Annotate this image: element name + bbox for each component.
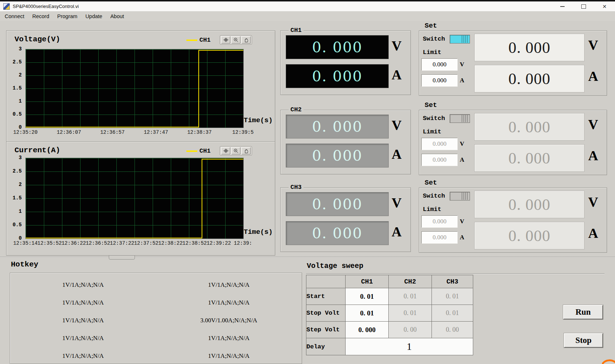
amp-unit-label: A — [460, 234, 464, 241]
sweep-start-ch3-input: 0. 01 — [432, 288, 473, 305]
voltage-sweep-panel: CH1 CH2 CH3 Start 0. 01 0. 01 0. 01 Stop… — [306, 273, 604, 364]
current-chart-title: Current(A) — [15, 146, 60, 154]
voltage-sweep-title: Voltage sweep — [307, 262, 363, 270]
minimize-icon — [560, 6, 565, 7]
hotkey-row: 1V/1A;N/A;N/A1V/1A;N/A;N/A — [10, 347, 302, 364]
crosshair-tool-button[interactable] — [221, 147, 230, 154]
y-tick-label: 0.5 — [13, 111, 22, 117]
hotkey-cell[interactable]: 1V/1A;N/A;N/A — [10, 352, 156, 360]
ch1-voltage-display: 0. 000 — [286, 35, 389, 59]
hotkey-cell[interactable]: 1V/1A;N/A;N/A — [10, 281, 156, 289]
x-axis-ticks: 12:35:1412:35:5212:36:2212:36:5212:37:22… — [25, 240, 243, 247]
menu-item-program[interactable]: Program — [53, 12, 82, 21]
ch1-limit-voltage-input[interactable]: 0.000 — [421, 58, 458, 71]
sweep-step-ch3-input: 0. 00 — [432, 322, 473, 338]
y-tick-label: 2 — [19, 72, 22, 78]
voltage-trace-ch1 — [26, 49, 243, 128]
x-tick-label: 12:36:57 — [100, 129, 124, 135]
hand-icon — [243, 37, 249, 42]
sweep-stop-ch1-input[interactable]: 0. 01 — [346, 305, 389, 322]
x-tick-label: 12:39:5 — [232, 129, 254, 135]
ch3-limit-voltage-input[interactable]: 0.000 — [421, 215, 458, 228]
x-tick-label: 12:36:52 — [86, 240, 110, 246]
amp-unit-label: A — [460, 77, 464, 84]
amp-unit-label: A — [392, 225, 401, 239]
ch1-section: CH1 0. 000 V 0. 000 A Set Switch Limit 0… — [280, 30, 606, 95]
crosshair-tool-button[interactable] — [221, 36, 230, 44]
ch2-switch-toggle[interactable] — [450, 114, 470, 123]
zoom-tool-button[interactable] — [231, 36, 240, 44]
ch3-set-panel: Switch Limit 0.000 V 0.000 A 0. 000 V 0.… — [419, 187, 607, 253]
amp-unit-label: A — [588, 149, 598, 162]
y-tick-label: 2 — [19, 182, 22, 187]
pan-tool-button[interactable] — [242, 147, 251, 154]
app-window: SP&P4000seriesEasyControl.vi ✕ ConnectRe… — [0, 0, 615, 364]
amp-unit-label: A — [392, 147, 401, 161]
maximize-button[interactable] — [573, 1, 594, 11]
ch3-voltage-display: 0. 000 — [286, 192, 389, 216]
x-axis-ticks: 12:35:2012:36:0712:36:5712:37:4712:38:37… — [25, 129, 243, 136]
ch2-limit-current-input[interactable]: 0.000 — [421, 154, 458, 166]
crosshair-icon — [223, 148, 229, 153]
ch1-set-current-display[interactable]: 0. 000 — [474, 65, 585, 92]
pan-tool-button[interactable] — [242, 36, 251, 44]
ch1-switch-toggle[interactable] — [450, 35, 470, 44]
stop-button[interactable]: Stop — [564, 333, 603, 348]
hotkey-cell[interactable]: 1V/1A;N/A;N/A — [156, 352, 302, 360]
hotkey-cell[interactable]: 1V/1A;N/A;N/A — [156, 299, 302, 306]
switch-label: Switch — [423, 115, 445, 122]
volt-unit-label: V — [460, 140, 464, 148]
hotkey-cell[interactable]: 1V/1A;N/A;N/A — [10, 299, 156, 306]
close-button[interactable]: ✕ — [594, 1, 615, 11]
x-tick-label: 12:36:22 — [62, 240, 86, 246]
menu-item-connect[interactable]: Connect — [1, 12, 28, 21]
volt-unit-label: V — [588, 117, 598, 131]
ch3-panel: CH3 0. 000 V 0. 000 A — [280, 187, 411, 252]
x-tick-label: 12:38:52 — [182, 240, 207, 246]
menu-item-update[interactable]: Update — [81, 12, 106, 21]
volt-unit-label: V — [460, 218, 464, 225]
sweep-header-ch1: CH1 — [346, 275, 389, 288]
splitter-grip[interactable] — [109, 255, 135, 260]
ch1-label: CH1 — [289, 27, 304, 34]
hotkey-row: 1V/1A;N/A;N/A3.00V/1.00A;N/A;N/A — [10, 311, 302, 329]
sweep-row-label-delay: Delay — [306, 338, 346, 355]
zoom-tool-button[interactable] — [231, 147, 240, 154]
ch2-set-voltage-display: 0. 000 — [474, 113, 585, 141]
x-axis-title: Time(s) — [244, 228, 273, 236]
y-tick-label: 1.5 — [13, 85, 22, 91]
hotkey-panel: 1V/1A;N/A;N/A1V/1A;N/A;N/A1V/1A;N/A;N/A1… — [10, 273, 302, 364]
ch3-limit-current-input[interactable]: 0.000 — [421, 231, 458, 244]
y-tick-label: 3 — [19, 46, 22, 52]
x-tick-label: 12:38:37 — [187, 129, 211, 135]
legend-line-icon — [186, 150, 197, 152]
ch2-current-display: 0. 000 — [286, 144, 389, 167]
hotkey-cell[interactable]: 3.00V/1.00A;N/A;N/A — [156, 317, 302, 324]
voltage-plot-area[interactable] — [25, 49, 244, 128]
run-button[interactable]: Run — [563, 305, 603, 319]
y-tick-label: 1 — [19, 98, 22, 104]
hotkey-cell[interactable]: 1V/1A;N/A;N/A — [10, 317, 156, 324]
hotkey-cell[interactable]: 1V/1A;N/A;N/A — [156, 281, 302, 289]
hotkey-cell[interactable]: 1V/1A;N/A;N/A — [156, 335, 302, 342]
menu-item-record[interactable]: Record — [28, 12, 53, 21]
hotkey-row: 1V/1A;N/A;N/A1V/1A;N/A;N/A — [10, 294, 302, 311]
titlebar: SP&P4000seriesEasyControl.vi ✕ — [0, 1, 615, 11]
amp-unit-label: A — [460, 156, 464, 164]
current-plot-area[interactable] — [25, 158, 244, 239]
ch1-limit-current-input[interactable]: 0.000 — [421, 74, 458, 87]
ch1-set-voltage-display[interactable]: 0. 000 — [474, 34, 585, 61]
y-tick-label: 2.5 — [13, 59, 22, 65]
ch2-set-panel: Switch Limit 0.000 V 0.000 A 0. 000 V 0.… — [419, 110, 607, 175]
sweep-delay-input[interactable]: 1 — [346, 338, 473, 355]
ch3-switch-toggle[interactable] — [450, 192, 470, 200]
sweep-start-ch1-input[interactable]: 0. 01 — [346, 288, 389, 305]
volt-unit-label: V — [392, 118, 401, 132]
hotkey-cell[interactable]: 1V/1A;N/A;N/A — [10, 335, 156, 342]
menu-item-about[interactable]: About — [106, 12, 128, 21]
minimize-button[interactable] — [552, 1, 573, 11]
ch2-limit-voltage-input[interactable]: 0.000 — [421, 138, 458, 150]
sweep-step-ch1-input[interactable]: 0. 000 — [346, 322, 389, 338]
graph-toolbar — [220, 35, 252, 45]
volt-unit-label: V — [460, 61, 464, 68]
